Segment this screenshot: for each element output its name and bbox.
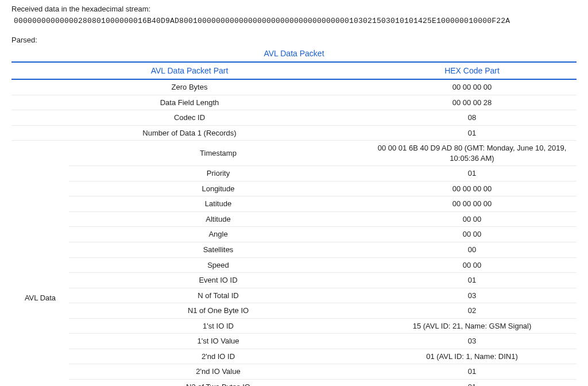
cell-hex: 00 00 00 00 (368, 181, 577, 196)
cell-hex: 01 (AVL ID: 1, Name: DIN1) (368, 349, 577, 364)
cell-part: Codec ID (11, 110, 368, 126)
table-row: Altitude00 00 (11, 211, 577, 227)
cell-hex: 00 00 (368, 211, 577, 227)
cell-part: 1'st IO Value (69, 334, 368, 349)
cell-part: N of Total ID (69, 288, 368, 303)
cell-hex: 00 00 00 00 (368, 196, 577, 212)
cell-hex: 03 (368, 288, 577, 303)
intro-label: Received data in the hexadecimal stream: (11, 5, 577, 13)
table-row: Event IO ID01 (11, 273, 577, 288)
cell-hex: 01 (368, 166, 577, 182)
cell-part: Number of Data 1 (Records) (11, 125, 368, 141)
table-row: Satellites00 (11, 242, 577, 258)
parsed-label: Parsed: (11, 36, 577, 44)
cell-hex: 00 00 00 00 (368, 79, 577, 95)
table-row: N1 of One Byte IO02 (11, 303, 577, 319)
table-caption: AVL Data Packet (11, 47, 577, 62)
cell-part: Data Field Length (11, 95, 368, 110)
table-row: Zero Bytes00 00 00 00 (11, 79, 577, 95)
table-row: Angle00 00 (11, 227, 577, 242)
cell-hex: 00 00 (368, 257, 577, 273)
col-header-hex: HEX Code Part (368, 62, 577, 79)
avl-data-packet-table: AVL Data Packet AVL Data Packet Part HEX… (11, 47, 577, 386)
cell-hex: 01 (368, 273, 577, 288)
cell-hex: 00 (368, 242, 577, 258)
table-row: 1'st IO ID15 (AVL ID: 21, Name: GSM Sign… (11, 318, 577, 334)
table-row: 2'nd IO Value01 (11, 364, 577, 380)
hex-stream: 00000000000000280801000000016B40D9AD8001… (14, 17, 577, 25)
table-row: AVL DataTimestamp00 00 01 6B 40 D9 AD 80… (11, 141, 577, 166)
table-row: Latitude00 00 00 00 (11, 196, 577, 212)
col-header-part: AVL Data Packet Part (11, 62, 368, 79)
cell-hex: 01 (368, 125, 577, 141)
cell-part: Timestamp (69, 141, 368, 166)
table-row: 2'nd IO ID01 (AVL ID: 1, Name: DIN1) (11, 349, 577, 364)
table-row: N2 of Two Bytes IO01 (11, 379, 577, 386)
table-row: Number of Data 1 (Records)01 (11, 125, 577, 141)
cell-part: Satellites (69, 242, 368, 258)
cell-part: Priority (69, 166, 368, 182)
cell-part: N1 of One Byte IO (69, 303, 368, 319)
cell-part: Speed (69, 257, 368, 273)
cell-hex: 00 00 01 6B 40 D9 AD 80 (GMT: Monday, Ju… (368, 141, 577, 166)
cell-hex: 01 (368, 364, 577, 380)
cell-part: Zero Bytes (11, 79, 368, 95)
cell-part: Altitude (69, 211, 368, 227)
cell-part: 1'st IO ID (69, 318, 368, 334)
group-label-avl-data: AVL Data (11, 141, 69, 386)
cell-part: Event IO ID (69, 273, 368, 288)
cell-hex: 01 (368, 379, 577, 386)
cell-hex: 00 00 (368, 227, 577, 242)
table-row: Speed00 00 (11, 257, 577, 273)
table-row: Longitude00 00 00 00 (11, 181, 577, 196)
cell-part: Longitude (69, 181, 368, 196)
cell-hex: 08 (368, 110, 577, 126)
table-row: Codec ID08 (11, 110, 577, 126)
cell-hex: 02 (368, 303, 577, 319)
cell-part: Angle (69, 227, 368, 242)
table-row: 1'st IO Value03 (11, 334, 577, 349)
cell-hex: 15 (AVL ID: 21, Name: GSM Signal) (368, 318, 577, 334)
cell-part: 2'nd IO ID (69, 349, 368, 364)
cell-part: Latitude (69, 196, 368, 212)
cell-hex: 00 00 00 28 (368, 95, 577, 110)
table-row: Priority01 (11, 166, 577, 182)
table-row: N of Total ID03 (11, 288, 577, 303)
cell-part: 2'nd IO Value (69, 364, 368, 380)
cell-part: N2 of Two Bytes IO (69, 379, 368, 386)
table-row: Data Field Length00 00 00 28 (11, 95, 577, 110)
cell-hex: 03 (368, 334, 577, 349)
